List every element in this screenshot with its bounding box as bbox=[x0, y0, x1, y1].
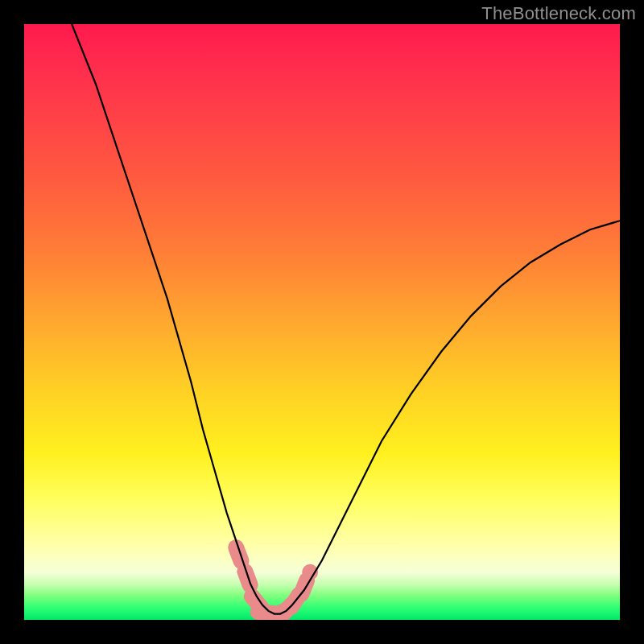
bottleneck-curve bbox=[72, 24, 620, 614]
chart-plot-area bbox=[24, 24, 620, 620]
highlight-markers bbox=[236, 547, 310, 617]
chart-frame: TheBottleneck.com bbox=[0, 0, 644, 644]
chart-svg bbox=[24, 24, 620, 620]
watermark-text: TheBottleneck.com bbox=[481, 3, 636, 24]
